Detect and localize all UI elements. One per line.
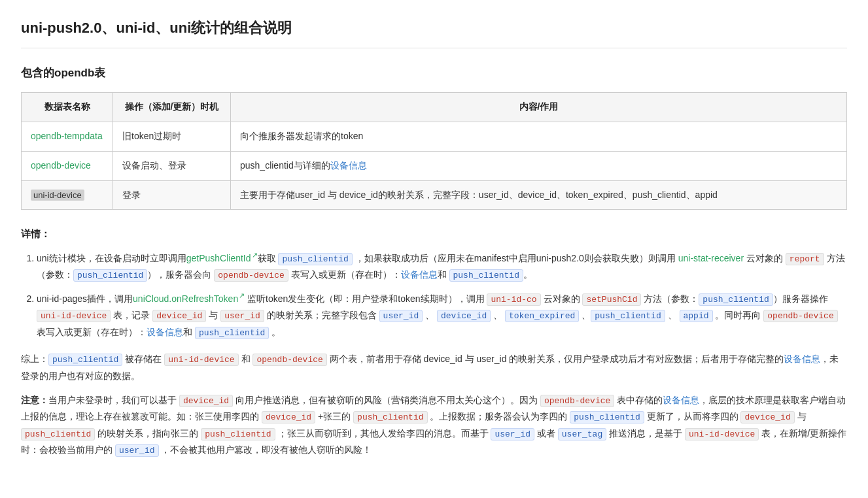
table-cell-name: opendb-tempdata — [22, 122, 113, 152]
list-item: uni统计模块，在设备启动时立即调用getPushClientId获取 push… — [37, 249, 847, 283]
uni-id-device-badge: uni-id-device — [31, 190, 84, 201]
summary-paragraph: 综上：push_clientid 被存储在 uni-id-device 和 op… — [21, 351, 847, 384]
table-cell-content: 向个推服务器发起请求的token — [231, 122, 847, 152]
details-list: uni统计模块，在设备启动时立即调用getPushClientId获取 push… — [21, 249, 847, 340]
details-title: 详情： — [21, 225, 847, 242]
on-refresh-token-link[interactable]: uniCloud.onRefreshToken — [133, 293, 245, 304]
code-push-clientid-2: push_clientid — [73, 269, 147, 282]
device-info-link-2[interactable]: 设备信息 — [401, 269, 438, 280]
details-section: 详情： uni统计模块，在设备启动时立即调用getPushClientId获取 … — [21, 225, 847, 340]
code-user-id-1: user_id — [220, 310, 264, 322]
table-cell-timing: 旧token过期时 — [113, 122, 231, 152]
device-info-link-3[interactable]: 设备信息 — [147, 327, 183, 337]
code-user-id-n2: user_id — [115, 444, 159, 457]
table-cell-content: push_clientid与详细的设备信息 — [231, 151, 847, 180]
code-push-clientid-n4: push_clientid — [201, 428, 275, 440]
code-opendb-device-s: opendb-device — [252, 354, 326, 366]
code-user-id-n: user_id — [491, 428, 534, 440]
code-appid: appid — [680, 310, 713, 322]
opendb-device-link[interactable]: opendb-device — [31, 160, 91, 171]
col-header-timing: 操作（添加/更新）时机 — [113, 93, 231, 122]
col-header-name: 数据表名称 — [22, 93, 113, 122]
note-paragraph: 注意：当用户未登录时，我们可以基于 device_id 向用户推送消息，但有被窃… — [21, 392, 847, 459]
list-item: uni-id-pages插件，调用uniCloud.onRefreshToken… — [37, 290, 847, 340]
code-push-clientid-5: push_clientid — [591, 310, 665, 322]
code-device-id-n1: device_id — [179, 395, 233, 407]
col-header-content: 内容/作用 — [231, 93, 847, 122]
device-info-link-5[interactable]: 设备信息 — [663, 395, 699, 405]
code-push-clientid-3: push_clientid — [449, 269, 523, 282]
code-push-clientid-n2: push_clientid — [570, 411, 644, 423]
code-user-tag-n: user_tag — [558, 428, 606, 440]
code-report: report — [786, 253, 824, 265]
code-user-id-s: user_id — [477, 354, 507, 364]
code-set-push-cid: setPushCid — [582, 293, 641, 306]
code-uni-id-device-s: uni-id-device — [164, 354, 238, 366]
table-cell-name: opendb-device — [22, 151, 113, 180]
table-row: uni-id-device 登录 主要用于存储user_id 与 device_… — [22, 180, 847, 210]
code-device-id-s: device_id — [424, 354, 462, 364]
code-device-id-2: device_id — [437, 310, 491, 322]
code-device-id-1: device_id — [152, 310, 206, 322]
table-cell-timing: 登录 — [113, 180, 231, 210]
code-opendb-device-1: opendb-device — [214, 269, 288, 282]
opendb-table: 数据表名称 操作（添加/更新）时机 内容/作用 opendb-tempdata … — [21, 92, 847, 210]
code-token-expired: token_expired — [505, 310, 579, 322]
table-section-title: 包含的opendb表 — [21, 64, 847, 83]
code-push-clientid-1: push_clientid — [278, 253, 352, 265]
code-device-id-n2: device_id — [262, 411, 315, 423]
table-cell-name: uni-id-device — [22, 180, 113, 210]
table-cell-content: 主要用于存储user_id 与 device_id的映射关系，完整字段：user… — [231, 180, 847, 210]
code-push-clientid-n3: push_clientid — [21, 428, 95, 440]
code-uni-id-device-1: uni-id-device — [37, 310, 111, 322]
code-uni-id-co: uni-id-co — [487, 293, 540, 306]
code-push-clientid-n1: push_clientid — [353, 411, 427, 423]
code-opendb-device-n: opendb-device — [540, 395, 614, 407]
table-row: opendb-tempdata 旧token过期时 向个推服务器发起请求的tok… — [22, 122, 847, 152]
page-title: uni-push2.0、uni-id、uni统计的组合说明 — [21, 16, 847, 48]
note-label: 注意： — [21, 395, 48, 405]
code-opendb-device-2: opendb-device — [763, 310, 837, 322]
code-uni-id-device-n: uni-id-device — [685, 428, 759, 440]
table-row: opendb-device 设备启动、登录 push_clientid与详细的设… — [22, 151, 847, 180]
device-info-link-1[interactable]: 设备信息 — [330, 160, 367, 171]
code-push-clientid-4: push_clientid — [699, 293, 773, 306]
table-cell-timing: 设备启动、登录 — [113, 151, 231, 180]
opendb-tempdata-link[interactable]: opendb-tempdata — [31, 131, 103, 141]
device-info-link-4[interactable]: 设备信息 — [784, 354, 820, 364]
uni-stat-receiver-link[interactable]: uni-stat-receiver — [678, 253, 744, 263]
code-user-id-2: user_id — [379, 310, 423, 322]
table-section: 包含的opendb表 数据表名称 操作（添加/更新）时机 内容/作用 opend… — [21, 64, 847, 210]
code-push-clientid-6: push_clientid — [195, 327, 269, 339]
code-device-id-n3: device_id — [740, 411, 794, 423]
code-push-clientid-s1: push_clientid — [48, 354, 122, 366]
get-push-client-id-link[interactable]: getPushClientId — [186, 253, 258, 263]
